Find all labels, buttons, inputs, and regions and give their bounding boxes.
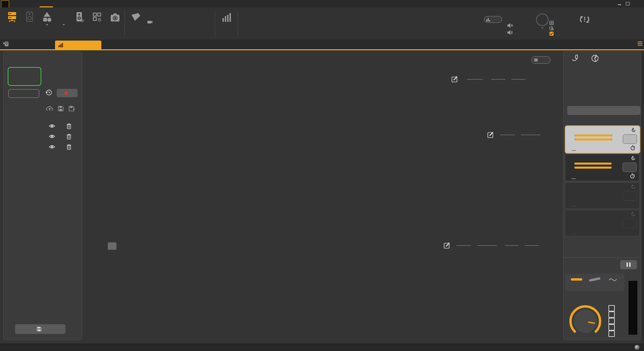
- delete-trash-icon[interactable]: [66, 134, 71, 139]
- unmute-all-button[interactable]: [507, 30, 516, 35]
- delay-stopwatch-icon[interactable]: [630, 173, 635, 179]
- mute-all-button[interactable]: [507, 23, 516, 28]
- magnitude-x-max-field[interactable]: [477, 245, 497, 246]
- visibility-eye-icon[interactable]: [49, 144, 55, 150]
- tab-measure-system[interactable]: [55, 41, 101, 49]
- meter-mode-icon[interactable]: [591, 54, 599, 62]
- minimize-button[interactable]: [617, 1, 622, 6]
- toolbar-new-venue[interactable]: +: [147, 20, 155, 24]
- impulse-range-controls: [451, 75, 526, 83]
- visibility-eye-icon[interactable]: [49, 134, 55, 139]
- save-floppy-icon: [37, 327, 42, 332]
- delete-trash-icon[interactable]: [66, 123, 71, 129]
- rdnet-window: ⚙ ⚙ +: [0, 0, 644, 351]
- visibility-eye-icon[interactable]: [49, 123, 55, 129]
- measure-color-swatch[interactable]: [13, 144, 18, 150]
- wave-generator-pause-button[interactable]: [620, 260, 637, 269]
- level-knob[interactable]: [568, 304, 602, 338]
- delete-trash-icon[interactable]: [66, 144, 71, 150]
- channel-card-dante-rx1[interactable]: [565, 125, 640, 154]
- svg-text:⚙: ⚙: [81, 18, 84, 23]
- measure-row: [4, 123, 82, 130]
- leq-display: [8, 89, 39, 98]
- scrollbar-strip[interactable]: [642, 50, 644, 344]
- synchronize-icon: [571, 13, 599, 25]
- phase-x-max-field[interactable]: [521, 134, 540, 135]
- soundcheck-toggle-group[interactable]: [483, 15, 503, 24]
- magnitude-edit-icon[interactable]: [444, 242, 450, 249]
- synchronize-button[interactable]: [571, 13, 599, 26]
- online-checkbox[interactable]: [549, 32, 556, 36]
- magnitude-y-min-field[interactable]: [505, 245, 519, 246]
- toolbar-camera-presets[interactable]: [105, 10, 125, 24]
- toolbar-separator: [238, 11, 238, 37]
- controllers-icon: [2, 10, 22, 23]
- discovery-button[interactable]: [549, 21, 556, 25]
- channel-reset-icon[interactable]: [631, 128, 636, 132]
- scan-icon: [549, 26, 554, 31]
- delay-stopwatch-icon[interactable]: [630, 145, 635, 151]
- wave-type-pink[interactable]: [568, 274, 585, 283]
- impulse-y-min-field[interactable]: [491, 79, 505, 79]
- ch3-checkbox[interactable]: [608, 318, 615, 324]
- measure-color-swatch[interactable]: [13, 124, 18, 129]
- toolbar-measure[interactable]: [216, 10, 237, 24]
- delay-row: [570, 178, 577, 179]
- measure-save-as-icon[interactable]: [68, 106, 75, 112]
- channel-play-button[interactable]: [623, 134, 637, 144]
- save-measure-button[interactable]: [15, 324, 65, 334]
- toolbar-add-objects[interactable]: [19, 10, 40, 24]
- channel-slot-empty[interactable]: [565, 210, 640, 236]
- measure-bars-icon: [216, 10, 237, 23]
- measure-color-swatch[interactable]: [13, 134, 18, 139]
- impulse-edit-icon[interactable]: [451, 76, 458, 82]
- toolbar-properties[interactable]: ⚙: [70, 10, 90, 24]
- close-button[interactable]: [634, 1, 639, 6]
- channel-slot-empty[interactable]: [565, 182, 640, 209]
- measure-cloud-upload-icon[interactable]: [46, 106, 53, 112]
- toolbar-controllers[interactable]: [2, 10, 22, 24]
- meter-m: [575, 134, 612, 136]
- impulse-y-max-field[interactable]: [511, 79, 526, 79]
- toolbar-cloud[interactable]: [239, 10, 259, 24]
- wave-type-white[interactable]: [586, 274, 603, 283]
- ch1-checkbox[interactable]: [608, 305, 615, 311]
- ch2-checkbox[interactable]: [608, 311, 615, 318]
- toolbar-venues[interactable]: [126, 10, 146, 24]
- delay-value-field[interactable]: [572, 178, 576, 179]
- toolbar-system-summary[interactable]: ⚙: [87, 10, 107, 24]
- scan-button[interactable]: [549, 26, 556, 31]
- channel-card-dante-rx2[interactable]: [565, 154, 640, 181]
- all-checkbox[interactable]: [608, 331, 615, 337]
- go-play-icon: [536, 13, 549, 26]
- magnitude-range-controls: [444, 241, 539, 249]
- channel-reset-icon[interactable]: [631, 156, 636, 161]
- concert-soundcheck-toggle[interactable]: [484, 16, 502, 23]
- impulse-x-span-field[interactable]: [467, 79, 483, 79]
- pause-bar-icon: [629, 262, 631, 267]
- rec-button[interactable]: [57, 89, 78, 97]
- history-icon[interactable]: [45, 89, 52, 96]
- mic-icon[interactable]: [572, 54, 579, 62]
- channel-play-button[interactable]: [623, 163, 637, 172]
- change-reference-button[interactable]: [567, 106, 640, 115]
- tab-overflow-menu-icon[interactable]: [638, 42, 642, 46]
- channel-reset-icon: [631, 212, 636, 217]
- spl-value-display: [8, 67, 41, 86]
- meter-r: [575, 138, 612, 140]
- phase-x-min-field[interactable]: [500, 134, 515, 135]
- maximize-button[interactable]: [625, 1, 630, 6]
- delay-value-field[interactable]: [572, 150, 576, 151]
- coherence-button[interactable]: [108, 242, 116, 250]
- wave-type-tone[interactable]: [604, 274, 622, 283]
- go-button[interactable]: [536, 13, 549, 29]
- measure-save-icon[interactable]: [58, 106, 64, 112]
- ch4-checkbox[interactable]: [608, 324, 615, 331]
- channel-reset-icon: [631, 184, 636, 189]
- tab-2d[interactable]: [3, 41, 11, 47]
- phase-edit-icon[interactable]: [487, 131, 494, 138]
- plot-layout-button[interactable]: [532, 56, 550, 63]
- cloud-icon: [239, 10, 259, 23]
- magnitude-y-max-field[interactable]: [525, 245, 539, 246]
- magnitude-x-min-field[interactable]: [456, 245, 471, 246]
